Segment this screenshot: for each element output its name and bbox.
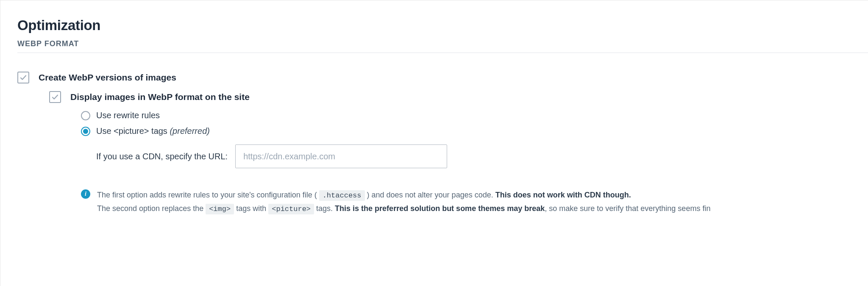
create-webp-label: Create WebP versions of images	[39, 72, 176, 83]
info-text: The first option adds rewrite rules to y…	[97, 189, 710, 216]
info-line2-a: The second option replaces the	[97, 204, 206, 213]
code-htaccess: .htaccess	[319, 190, 365, 201]
section-subheading: WEBP FORMAT	[17, 39, 868, 48]
code-img: <img>	[206, 204, 234, 214]
display-webp-label: Display images in WebP format on the sit…	[70, 92, 250, 102]
cdn-url-input[interactable]	[235, 144, 447, 168]
check-icon	[19, 74, 27, 81]
info-line2-c: tags.	[314, 204, 335, 213]
picture-tags-radio[interactable]	[81, 127, 90, 136]
section-divider	[17, 53, 868, 53]
code-picture: <picture>	[268, 204, 314, 214]
picture-tags-preferred: (preferred)	[170, 126, 209, 136]
info-line1-b: ) and does not alter your pages code.	[365, 191, 495, 199]
info-block: i The first option adds rewrite rules to…	[81, 189, 868, 216]
rewrite-rules-radio[interactable]	[81, 111, 90, 120]
check-icon	[51, 93, 59, 101]
info-icon: i	[81, 189, 90, 199]
info-line1-bold: This does not work with CDN though.	[495, 191, 631, 199]
create-webp-checkbox[interactable]	[17, 72, 29, 83]
display-webp-checkbox[interactable]	[49, 91, 61, 103]
create-webp-option: Create WebP versions of images	[17, 72, 868, 83]
rewrite-rules-label: Use rewrite rules	[96, 111, 160, 120]
display-webp-option: Display images in WebP format on the sit…	[49, 91, 868, 103]
cdn-url-row: If you use a CDN, specify the URL:	[96, 144, 868, 168]
picture-tags-option: Use <picture> tags (preferred)	[81, 126, 868, 136]
picture-tags-label-text: Use <picture> tags	[96, 126, 170, 136]
section-heading: Optimization	[17, 17, 868, 33]
info-line1-a: The first option adds rewrite rules to y…	[97, 191, 319, 199]
rewrite-rules-option: Use rewrite rules	[81, 111, 868, 120]
info-line2-b: tags with	[234, 204, 268, 213]
info-line2-bold: This is the preferred solution but some …	[335, 204, 545, 213]
info-line2-d: , so make sure to verify that everything…	[545, 204, 710, 213]
picture-tags-label: Use <picture> tags (preferred)	[96, 126, 210, 136]
cdn-url-label: If you use a CDN, specify the URL:	[96, 152, 228, 161]
